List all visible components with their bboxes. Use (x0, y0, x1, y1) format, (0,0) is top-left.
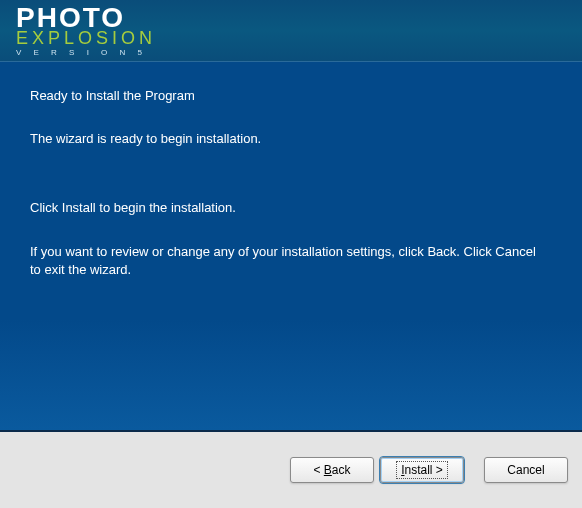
back-button-label: < Back (313, 463, 350, 477)
button-bar: < Back Install > Cancel (0, 432, 582, 508)
product-logo: PHOTO EXPLOSION V E R S I O N 5 (16, 5, 156, 57)
install-button[interactable]: Install > (380, 457, 464, 483)
cancel-button-label: Cancel (507, 463, 544, 477)
wizard-ready-text: The wizard is ready to begin installatio… (30, 131, 552, 146)
cancel-button[interactable]: Cancel (484, 457, 568, 483)
back-button[interactable]: < Back (290, 457, 374, 483)
click-install-text: Click Install to begin the installation. (30, 200, 552, 215)
content-panel: Ready to Install the Program The wizard … (0, 62, 582, 432)
logo-line-1: PHOTO (16, 5, 156, 30)
install-button-label: Install > (401, 463, 443, 477)
review-settings-text: If you want to review or change any of y… (30, 243, 550, 278)
header-banner: PHOTO EXPLOSION V E R S I O N 5 (0, 0, 582, 62)
logo-line-2: EXPLOSION (16, 30, 156, 46)
page-title: Ready to Install the Program (30, 88, 552, 103)
logo-version: V E R S I O N 5 (16, 49, 156, 56)
